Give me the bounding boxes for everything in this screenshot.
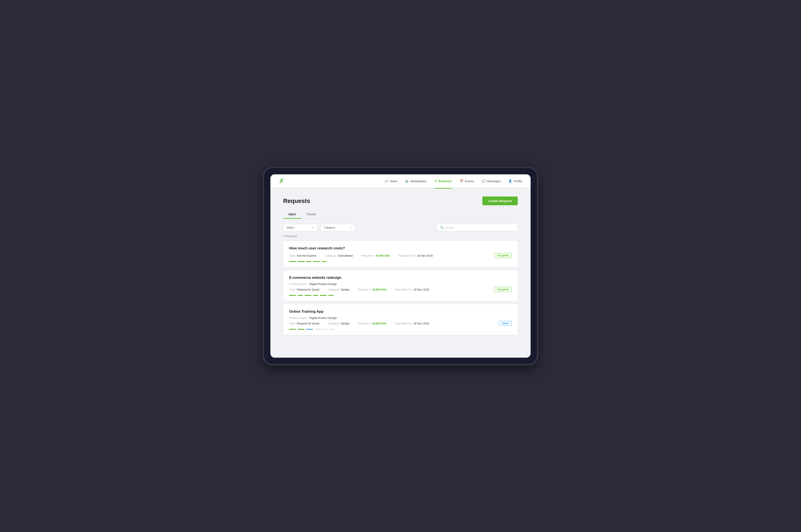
card-meta-1: Type: Ask the Experts Category: Consulta… bbox=[289, 253, 512, 258]
type-label-1: Type: bbox=[289, 254, 296, 257]
submitted-value-3: 18 Dec 2018 bbox=[413, 322, 429, 325]
nav-item-news[interactable]: 📰 News bbox=[385, 178, 397, 184]
progress-dot bbox=[330, 329, 335, 330]
request-value-2: NUM01494 bbox=[372, 288, 387, 291]
search-icon: 🔍 bbox=[440, 226, 444, 229]
request-list: How much user research costs? Type: Ask … bbox=[283, 241, 518, 335]
type-value-1: Ask the Experts bbox=[297, 254, 316, 257]
progress-dot bbox=[322, 261, 327, 262]
status-filter-label: Status bbox=[286, 226, 294, 229]
badge-3: Open bbox=[499, 321, 512, 326]
nav-item-requests[interactable]: ☰ Requests bbox=[434, 178, 452, 184]
tabs: Open Closed bbox=[283, 210, 518, 219]
tablet-shell: ✗ 📰 News 🏪 Marketplace ☰ Requests 📅 Even bbox=[264, 168, 537, 364]
progress-dot bbox=[313, 295, 318, 296]
nav-item-profile[interactable]: 👤 Profile bbox=[508, 178, 522, 184]
request-label-1: Request #: bbox=[362, 254, 375, 257]
category-value-1: Consultation bbox=[338, 254, 353, 257]
nav-item-messages[interactable]: 💬 Messages bbox=[482, 178, 501, 184]
card-title-1: How much user research costs? bbox=[289, 246, 512, 250]
navbar-links: 📰 News 🏪 Marketplace ☰ Requests 📅 Events… bbox=[385, 178, 522, 184]
product-name-row-2: Product Name: Digital Product Design bbox=[289, 282, 512, 286]
progress-dot bbox=[306, 261, 311, 262]
submitted-label-2: Submitted On: bbox=[395, 288, 413, 291]
chevron-down-icon: ▼ bbox=[312, 226, 314, 229]
request-value-1: NUM01495 bbox=[376, 254, 390, 257]
progress-dot bbox=[298, 329, 304, 330]
request-count: 4 Requests bbox=[283, 234, 518, 238]
submitted-label-3: Submitted On: bbox=[395, 322, 413, 325]
requests-icon: ☰ bbox=[434, 179, 437, 183]
card-title-2: E-commerce website redesign bbox=[289, 276, 512, 280]
type-value-3: Request for Quote bbox=[297, 322, 319, 325]
product-value-3: Digital Product Design bbox=[310, 316, 337, 320]
nav-item-marketplace[interactable]: 🏪 Marketplace bbox=[405, 178, 427, 184]
submitted-value-2: 18 Dec 2018 bbox=[413, 288, 429, 291]
card-meta-2: Type: Request for Quote Category: Design… bbox=[289, 287, 512, 292]
search-box[interactable]: 🔍 Search bbox=[437, 224, 518, 231]
progress-dot bbox=[289, 329, 296, 330]
submitted-value-1: 18 Dec 2018 bbox=[417, 254, 433, 257]
progress-2 bbox=[289, 295, 512, 296]
category-value-3: Design bbox=[341, 322, 349, 325]
progress-dot bbox=[313, 261, 320, 262]
chevron-down-icon-2: ▼ bbox=[350, 226, 352, 229]
request-label-3: Request #: bbox=[358, 322, 372, 325]
type-label-2: Type: bbox=[289, 288, 296, 291]
progress-dot bbox=[298, 295, 303, 296]
main-content: Requests Create Request Open Closed Stat… bbox=[271, 188, 530, 347]
progress-1 bbox=[289, 261, 512, 262]
product-value-2: Digital Product Design bbox=[310, 282, 337, 286]
request-card-2[interactable]: E-commerce website redesign Product Name… bbox=[283, 270, 518, 301]
card-meta-3: Type: Request for Quote Category: Design… bbox=[289, 321, 512, 326]
create-request-button[interactable]: Create Request bbox=[482, 196, 518, 205]
status-filter[interactable]: Status ▼ bbox=[283, 224, 317, 231]
progress-3 bbox=[289, 329, 512, 330]
nav-item-events[interactable]: 📅 Events bbox=[460, 178, 474, 184]
tab-closed[interactable]: Closed bbox=[301, 210, 321, 219]
nav-label-marketplace: Marketplace bbox=[410, 179, 427, 183]
progress-dot bbox=[289, 261, 296, 262]
progress-dot bbox=[323, 329, 329, 330]
category-label-1: Category: bbox=[325, 254, 337, 257]
navbar: ✗ 📰 News 🏪 Marketplace ☰ Requests 📅 Even bbox=[271, 174, 530, 188]
badge-2: Accepted bbox=[494, 287, 512, 292]
nav-label-requests: Requests bbox=[439, 179, 452, 183]
progress-dot bbox=[304, 295, 311, 296]
type-value-2: Request for Quote bbox=[297, 288, 319, 291]
request-card-3[interactable]: Online Training App Product Name: Digita… bbox=[283, 304, 518, 335]
nav-label-news: News bbox=[390, 179, 397, 183]
category-filter[interactable]: Category ▼ bbox=[321, 224, 355, 231]
filters: Status ▼ Category ▼ 🔍 Search bbox=[283, 224, 518, 231]
marketplace-icon: 🏪 bbox=[405, 179, 409, 183]
category-label-3: Category: bbox=[328, 322, 340, 325]
progress-dot bbox=[320, 295, 327, 296]
progress-dot bbox=[306, 329, 313, 330]
tab-open[interactable]: Open bbox=[283, 210, 301, 219]
progress-dot bbox=[298, 261, 304, 262]
tablet-screen: ✗ 📰 News 🏪 Marketplace ☰ Requests 📅 Even bbox=[271, 174, 530, 358]
request-label-2: Request #: bbox=[358, 288, 372, 291]
progress-dot bbox=[329, 295, 334, 296]
logo[interactable]: ✗ bbox=[279, 178, 284, 184]
page-header: Requests Create Request bbox=[283, 196, 518, 205]
request-card-1[interactable]: How much user research costs? Type: Ask … bbox=[283, 241, 518, 267]
submitted-label-1: Submitted On: bbox=[398, 254, 416, 257]
card-title-3: Online Training App bbox=[289, 309, 512, 314]
search-placeholder: Search bbox=[445, 226, 454, 229]
nav-label-profile: Profile bbox=[514, 179, 522, 183]
progress-dot bbox=[315, 329, 322, 330]
product-label-3: Product Name: bbox=[289, 316, 308, 320]
events-icon: 📅 bbox=[460, 179, 464, 183]
progress-dot bbox=[289, 295, 296, 296]
category-filter-label: Category bbox=[324, 226, 335, 229]
news-icon: 📰 bbox=[385, 179, 389, 183]
logo-icon: ✗ bbox=[279, 178, 284, 184]
nav-label-events: Events bbox=[465, 179, 474, 183]
badge-1: Accepted bbox=[494, 253, 512, 258]
messages-icon: 💬 bbox=[482, 179, 486, 183]
category-label-2: Category: bbox=[328, 288, 340, 291]
request-value-3: NUM01496 bbox=[372, 322, 387, 325]
page-title: Requests bbox=[283, 197, 310, 204]
product-label-2: Product Name: bbox=[289, 282, 308, 286]
